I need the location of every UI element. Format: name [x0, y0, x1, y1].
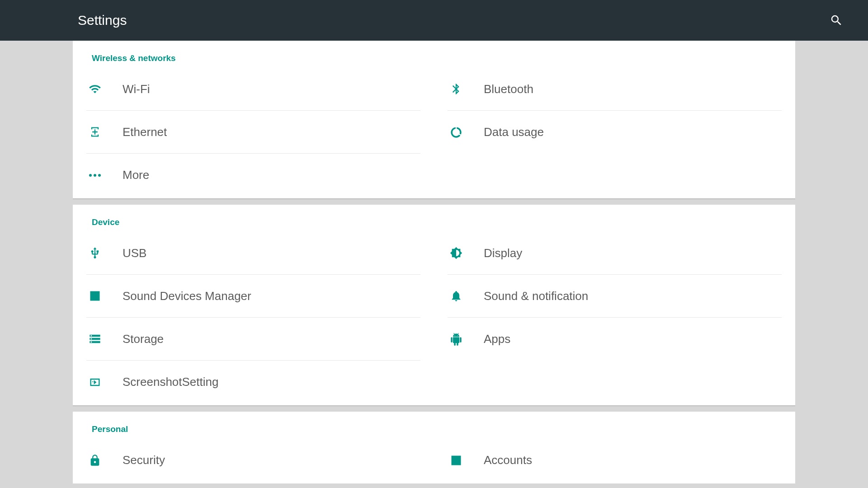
setting-display[interactable]: Display: [448, 232, 782, 275]
usb-icon: [88, 246, 102, 260]
setting-sound-notification[interactable]: Sound & notification: [448, 275, 782, 318]
setting-label: ScreenshotSetting: [123, 375, 218, 389]
equalizer-icon: [88, 289, 102, 303]
data-usage-icon: [449, 126, 463, 139]
setting-usb[interactable]: USB: [86, 232, 420, 275]
setting-label: Bluetooth: [484, 82, 533, 96]
section-device: Device USB Sound Devices Manager Storage: [73, 205, 795, 406]
setting-label: Sound & notification: [484, 289, 588, 303]
setting-label: Data usage: [484, 125, 544, 139]
settings-content: Wireless & networks Wi-Fi Ethernet More: [0, 41, 868, 488]
storage-icon: [88, 332, 102, 346]
search-button[interactable]: [827, 11, 845, 29]
search-icon: [830, 14, 843, 27]
setting-label: Storage: [123, 332, 164, 346]
ethernet-icon: [88, 125, 102, 139]
setting-security[interactable]: Security: [86, 439, 420, 482]
setting-storage[interactable]: Storage: [86, 318, 420, 361]
section-header-device: Device: [73, 205, 795, 232]
section-header-personal: Personal: [73, 412, 795, 439]
section-personal: Personal Security Accounts: [73, 412, 795, 483]
lock-icon: [88, 454, 102, 467]
setting-ethernet[interactable]: Ethernet: [86, 111, 420, 154]
setting-label: Ethernet: [123, 125, 167, 139]
display-icon: [449, 246, 463, 260]
setting-label: Sound Devices Manager: [123, 289, 251, 303]
page-title: Settings: [78, 13, 827, 28]
more-icon: [88, 169, 102, 182]
setting-accounts[interactable]: Accounts: [448, 439, 782, 482]
setting-more[interactable]: More: [86, 154, 420, 197]
setting-label: Display: [484, 246, 522, 260]
setting-label: Apps: [484, 332, 510, 346]
setting-data-usage[interactable]: Data usage: [448, 111, 782, 154]
setting-label: USB: [123, 246, 146, 260]
setting-label: Accounts: [484, 453, 532, 467]
bluetooth-icon: [449, 82, 463, 96]
section-header-wireless: Wireless & networks: [73, 41, 795, 68]
account-icon: [449, 454, 463, 467]
setting-bluetooth[interactable]: Bluetooth: [448, 68, 782, 111]
apps-icon: [449, 333, 463, 346]
setting-wifi[interactable]: Wi-Fi: [86, 68, 420, 111]
section-wireless: Wireless & networks Wi-Fi Ethernet More: [73, 41, 795, 199]
setting-screenshot[interactable]: ScreenshotSetting: [86, 361, 420, 404]
setting-label: More: [123, 168, 149, 182]
screenshot-icon: [88, 375, 102, 389]
bell-icon: [449, 289, 463, 303]
setting-label: Wi-Fi: [123, 82, 150, 96]
wifi-icon: [88, 82, 102, 96]
setting-sound-devices[interactable]: Sound Devices Manager: [86, 275, 420, 318]
setting-apps[interactable]: Apps: [448, 318, 782, 361]
setting-label: Security: [123, 453, 165, 467]
appbar: Settings: [0, 0, 868, 41]
